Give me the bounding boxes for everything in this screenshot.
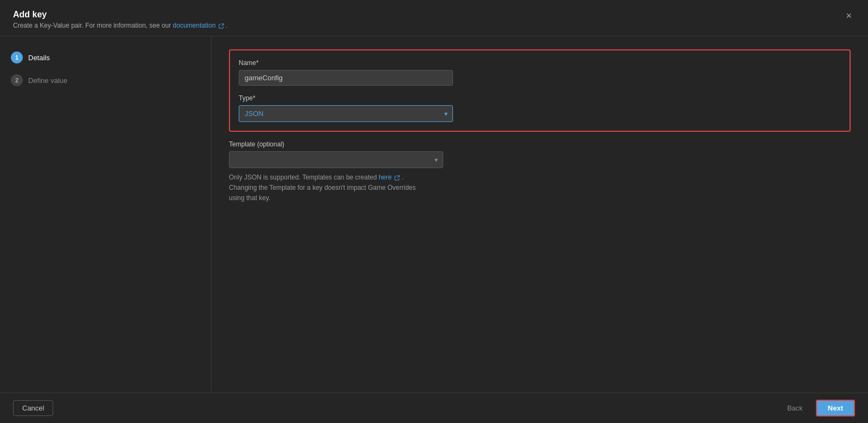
subtitle-text: Create a Key-Value pair. For more inform… [13,22,171,29]
template-info: Only JSON is supported. Templates can be… [229,172,851,204]
step-details[interactable]: 1 Details [11,52,200,63]
step-1-label: Details [28,54,50,62]
name-label: Name* [239,59,841,67]
type-field-group: Type* JSON String Integer Boolean ▾ [239,94,841,122]
subtitle-suffix: . [226,22,227,29]
template-here-link[interactable]: here [379,174,402,181]
template-select[interactable] [229,151,443,168]
steps-sidebar: 1 Details 2 Define value [0,36,212,393]
step-2-label: Define value [28,76,67,85]
template-info-line1: Only JSON is supported. Templates can be… [229,174,377,181]
external-link-icon [219,23,224,29]
documentation-link[interactable]: documentation [173,22,226,29]
type-select[interactable]: JSON String Integer Boolean [239,105,453,122]
modal-footer: Cancel Back Next [0,393,868,423]
modal-title: Add key [13,10,227,20]
form-section: Name* Type* JSON String Integer Boolean … [229,49,851,132]
back-button[interactable]: Back [781,401,809,415]
close-button[interactable]: × [843,10,855,22]
step-define-value[interactable]: 2 Define value [11,74,200,86]
name-field-group: Name* [239,59,841,86]
next-button[interactable]: Next [816,400,855,416]
type-select-wrapper: JSON String Integer Boolean ▾ [239,105,453,122]
type-label: Type* [239,94,841,102]
modal-body: 1 Details 2 Define value Name* Type* [0,36,868,393]
add-key-modal: Add key Create a Key-Value pair. For mor… [0,0,868,423]
template-section: Template (optional) ▾ Only JSON is suppo… [229,140,851,204]
step-1-number: 1 [11,52,23,63]
name-input[interactable] [239,70,453,86]
template-info-line2: . [402,174,404,181]
template-info-line3: Changing the Template for a key doesn't … [229,184,416,191]
template-select-wrapper: ▾ [229,151,443,168]
footer-right: Back Next [781,400,855,416]
template-label: Template (optional) [229,140,851,148]
cancel-button[interactable]: Cancel [13,400,53,416]
template-external-link-icon [394,175,400,181]
main-content: Name* Type* JSON String Integer Boolean … [212,36,868,393]
modal-header-left: Add key Create a Key-Value pair. For mor… [13,10,227,29]
step-2-number: 2 [11,74,23,86]
template-info-line4: using that key. [229,194,271,202]
modal-subtitle: Create a Key-Value pair. For more inform… [13,22,227,29]
modal-header: Add key Create a Key-Value pair. For mor… [0,0,868,36]
